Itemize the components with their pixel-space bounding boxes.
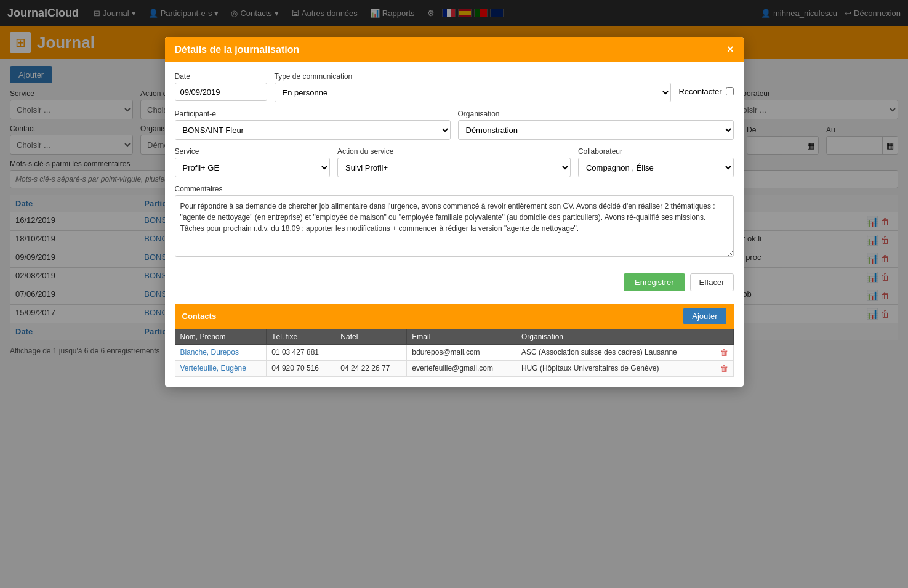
modal-organisation-label: Organisation <box>458 110 734 118</box>
modal-header: Détails de la journalisation × <box>165 37 744 62</box>
contact-email: evertefeuille@gmail.com <box>407 361 516 363</box>
contacts-col-tel: Tél. fixe <box>267 329 335 345</box>
modal-participant-label: Participant-e <box>175 110 451 118</box>
modal-service-field: Service Profil+ GE <box>175 147 331 177</box>
contact-tel: 04 920 70 516 <box>267 361 335 363</box>
modal-row-1: Date Type de communication En personne R… <box>175 72 734 102</box>
modal-participant-select[interactable]: BONSAINT Fleur <box>175 121 450 139</box>
contacts-col-natel: Natel <box>335 329 407 345</box>
modal-save-button[interactable]: Enregistrer <box>624 273 685 291</box>
modal-collaborateur-field: Collaborateur Compagnon , Élise <box>578 147 734 177</box>
contacts-table: Nom, Prénom Tél. fixe Natel Email Organi… <box>175 329 734 363</box>
modal-date-label: Date <box>175 72 267 81</box>
contact-nom: Vertefeuille, Eugène <box>175 361 267 363</box>
contact-delete[interactable]: 🗑 <box>715 361 733 363</box>
contacts-col-email: Email <box>407 329 516 345</box>
modal-type-field: Type de communication En personne <box>275 72 672 102</box>
contacts-col-organisation: Organisation <box>516 329 715 345</box>
modal-collaborateur-label: Collaborateur <box>578 147 734 156</box>
modal-comments-field: Commentaires <box>175 185 734 259</box>
modal-journalisation: Détails de la journalisation × Date Type… <box>165 37 744 363</box>
modal-type-label: Type de communication <box>275 72 672 81</box>
modal-recontacter-label: Recontacter <box>678 87 721 96</box>
modal-action-field: Action du service Suivi Profil+ <box>337 147 571 177</box>
modal-recontacter-field: Recontacter <box>678 81 733 102</box>
modal-close-button[interactable]: × <box>727 43 734 56</box>
contact-natel: 04 24 22 26 77 <box>335 361 407 363</box>
modal-comments-textarea[interactable] <box>175 195 734 257</box>
modal-row-3: Service Profil+ GE Action du service Sui… <box>175 147 734 177</box>
modal-delete-button[interactable]: Effacer <box>690 273 734 291</box>
contact-organisation: ASC (Association suisse des cadres) Laus… <box>516 345 715 361</box>
contacts-title: Contacts <box>182 312 217 321</box>
modal-date-field: Date <box>175 72 267 102</box>
modal-action-select[interactable]: Suivi Profil+ <box>338 158 570 177</box>
modal-organisation-select[interactable]: Démonstration <box>459 121 733 139</box>
modal-collaborateur-select[interactable]: Compagnon , Élise <box>579 158 733 177</box>
modal-date-input[interactable] <box>175 83 267 101</box>
contact-email: bdurepos@mail.com <box>407 345 516 361</box>
modal-overlay: Détails de la journalisation × Date Type… <box>0 0 908 363</box>
contact-nom: Blanche, Durepos <box>175 345 267 361</box>
modal-participant-field: Participant-e BONSAINT Fleur <box>175 110 451 140</box>
contact-organisation: HUG (Hôpitaux Universitaires de Genève) <box>516 361 715 363</box>
contacts-col-nom: Nom, Prénom <box>175 329 267 345</box>
modal-body: Date Type de communication En personne R… <box>165 62 744 268</box>
contacts-header: Contacts Ajouter <box>175 304 734 329</box>
contacts-add-button[interactable]: Ajouter <box>683 308 726 324</box>
modal-organisation-field: Organisation Démonstration <box>458 110 734 140</box>
contacts-section: Contacts Ajouter Nom, Prénom Tél. fixe N… <box>165 304 744 363</box>
modal-service-select[interactable]: Profil+ GE <box>175 158 330 177</box>
contacts-col-action <box>715 329 733 345</box>
modal-recontacter-checkbox[interactable] <box>726 87 734 95</box>
modal-comments-label: Commentaires <box>175 185 734 193</box>
contact-delete[interactable]: 🗑 <box>715 345 733 361</box>
contacts-row: Vertefeuille, Eugène 04 920 70 516 04 24… <box>175 361 733 363</box>
contact-tel: 01 03 427 881 <box>267 345 335 361</box>
contact-natel <box>335 345 407 361</box>
modal-title: Détails de la journalisation <box>175 44 300 55</box>
modal-type-select[interactable]: En personne <box>275 83 671 102</box>
modal-footer: Enregistrer Effacer <box>165 268 744 299</box>
contacts-row: Blanche, Durepos 01 03 427 881 bdurepos@… <box>175 345 733 361</box>
modal-action-label: Action du service <box>337 147 571 156</box>
modal-row-2: Participant-e BONSAINT Fleur Organisatio… <box>175 110 734 140</box>
modal-service-label: Service <box>175 147 331 156</box>
